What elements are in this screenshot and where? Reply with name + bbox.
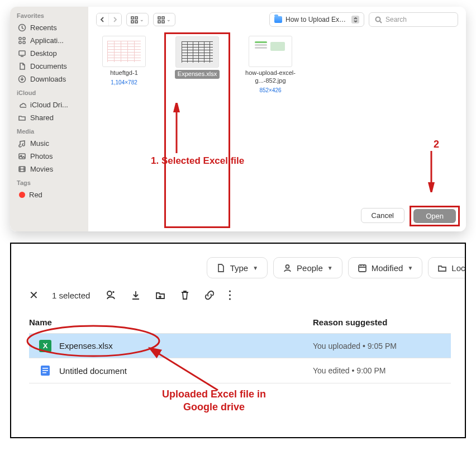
- person-icon: [283, 263, 292, 273]
- sidebar-item-documents[interactable]: Documents: [16, 60, 85, 72]
- annotation-arrow: [426, 150, 437, 192]
- svg-rect-1: [19, 37, 21, 40]
- svg-rect-12: [131, 21, 134, 23]
- open-button[interactable]: Open: [413, 209, 456, 223]
- svg-rect-32: [42, 372, 46, 373]
- finder-open-dialog: Favorites Recents Applicati... Desktop D…: [10, 7, 466, 231]
- path-expand-icon: [351, 16, 359, 23]
- toolbar: ⌄ ⌄ How to Upload Excel to... Search: [88, 7, 466, 32]
- desktop-icon: [18, 49, 26, 58]
- sidebar-item-downloads[interactable]: Downloads: [16, 73, 85, 85]
- sidebar-item-applications[interactable]: Applicati...: [16, 35, 85, 46]
- chevron-down-icon: ⌄: [140, 17, 144, 22]
- annotation-label: 2: [434, 139, 439, 150]
- sidebar-item-shared[interactable]: Shared: [16, 112, 85, 124]
- grid-icon: [131, 16, 138, 23]
- chevron-down-icon: ⌄: [166, 17, 171, 22]
- annotation-ellipse: [25, 324, 162, 358]
- file-name: how-upload-excel-g...-852.jpg: [242, 69, 298, 85]
- photo-icon: [18, 152, 26, 160]
- sidebar-item-music[interactable]: Music: [16, 138, 85, 149]
- folder-icon: [274, 16, 282, 23]
- sidebar-item-photos[interactable]: Photos: [16, 150, 85, 162]
- annotation-open-box: Open: [410, 206, 460, 226]
- svg-rect-4: [23, 41, 25, 44]
- search-icon: [375, 16, 382, 23]
- trash-icon[interactable]: [179, 290, 191, 301]
- share-icon[interactable]: [106, 290, 117, 301]
- nav-back-forward: [96, 13, 122, 26]
- file-row[interactable]: Untitled document You edited • 9:00 PM: [29, 358, 451, 383]
- google-drive-panel: Type▼ People▼ Modified▼ Locat ✕ 1 select…: [10, 243, 466, 438]
- gdoc-icon: [39, 364, 51, 377]
- selection-count: 1 selected: [52, 291, 90, 300]
- file-icon: [216, 263, 226, 273]
- sidebar-item-icloud-drive[interactable]: iCloud Dri...: [16, 99, 85, 111]
- sidebar-heading-favorites: Favorites: [16, 12, 85, 19]
- cancel-button[interactable]: Cancel: [361, 208, 404, 223]
- forward-button[interactable]: [109, 13, 121, 26]
- svg-point-33: [27, 326, 159, 356]
- group-icon: [158, 16, 165, 23]
- sidebar-item-movies[interactable]: Movies: [16, 163, 85, 175]
- group-by-button[interactable]: ⌄: [153, 13, 175, 26]
- tag-dot-icon: [19, 192, 25, 198]
- filter-chip-type[interactable]: Type▼: [207, 257, 268, 278]
- svg-rect-11: [135, 17, 137, 19]
- view-mode-button[interactable]: ⌄: [126, 13, 149, 26]
- folder-icon: [437, 263, 447, 273]
- sidebar: Favorites Recents Applicati... Desktop D…: [10, 7, 88, 231]
- svg-rect-17: [162, 21, 164, 23]
- sidebar-heading-icloud: iCloud: [16, 89, 85, 96]
- svg-rect-16: [158, 21, 160, 23]
- document-icon: [18, 62, 26, 70]
- back-button[interactable]: [97, 13, 109, 26]
- path-dropdown[interactable]: How to Upload Excel to...: [269, 12, 364, 27]
- column-header-reason: Reason suggested: [313, 317, 387, 327]
- svg-rect-3: [19, 41, 21, 44]
- file-reason: You edited • 9:00 PM: [313, 366, 385, 375]
- dropdown-icon: ▼: [327, 265, 333, 271]
- svg-rect-15: [162, 17, 164, 19]
- filter-chip-location[interactable]: Locat: [428, 257, 466, 278]
- more-icon[interactable]: [229, 290, 231, 301]
- dropdown-icon: ▼: [407, 265, 413, 271]
- sidebar-tag-red[interactable]: Red: [16, 189, 85, 201]
- file-name: htueftgd-1: [110, 69, 138, 77]
- file-item[interactable]: how-upload-excel-g...-852.jpg 852×426: [242, 36, 298, 231]
- filter-chip-modified[interactable]: Modified▼: [348, 257, 423, 278]
- sidebar-item-recents[interactable]: Recents: [16, 22, 85, 34]
- svg-rect-31: [42, 370, 48, 371]
- clear-selection-button[interactable]: ✕: [29, 288, 39, 302]
- file-thumbnail: [102, 36, 146, 67]
- sidebar-heading-tags: Tags: [16, 179, 85, 186]
- svg-rect-5: [19, 51, 25, 55]
- svg-point-18: [376, 17, 380, 21]
- filter-chips: Type▼ People▼ Modified▼ Locat: [207, 257, 466, 278]
- file-reason: You uploaded • 9:05 PM: [313, 342, 397, 350]
- search-input[interactable]: Search: [369, 12, 458, 27]
- file-name: Expenses.xlsx: [175, 70, 220, 79]
- move-icon[interactable]: [155, 290, 166, 301]
- download-icon[interactable]: [130, 290, 141, 301]
- dialog-main: ⌄ ⌄ How to Upload Excel to... Search htu…: [88, 7, 466, 231]
- file-thumbnail: [249, 36, 292, 67]
- file-item-selected[interactable]: Expenses.xlsx: [169, 36, 225, 79]
- svg-point-28: [229, 298, 231, 300]
- sidebar-heading-media: Media: [16, 128, 85, 135]
- chevron-right-icon: [112, 17, 118, 22]
- file-item[interactable]: htueftgd-1 1,104×782: [96, 36, 152, 231]
- movie-icon: [18, 165, 26, 173]
- svg-point-23: [286, 265, 289, 268]
- music-icon: [18, 139, 26, 148]
- link-icon[interactable]: [204, 290, 215, 301]
- chevron-left-icon: [100, 17, 106, 22]
- file-dimensions: 1,104×782: [111, 79, 137, 86]
- sidebar-item-desktop[interactable]: Desktop: [16, 48, 85, 59]
- annotation-arrow: [171, 103, 182, 154]
- svg-rect-24: [359, 265, 366, 272]
- annotation-label: 1. Selected Excel file: [151, 155, 244, 167]
- file-thumbnail: [175, 36, 219, 68]
- filter-chip-people[interactable]: People▼: [273, 257, 342, 278]
- file-name: Untitled document: [59, 366, 127, 376]
